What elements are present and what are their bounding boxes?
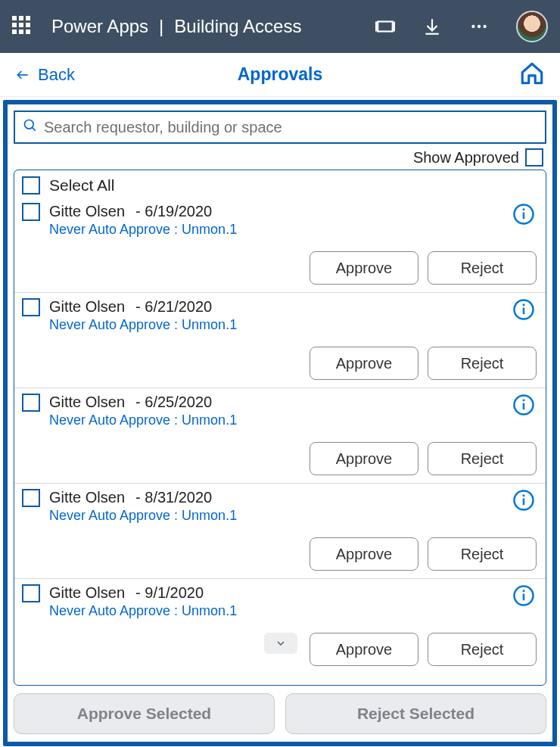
footer: Approve Selected Reject Selected — [8, 686, 552, 742]
reject-button[interactable]: Reject — [428, 251, 537, 285]
svg-point-19 — [523, 494, 525, 496]
info-icon[interactable] — [512, 203, 535, 229]
page-title: Approvals — [238, 64, 322, 85]
search-bar — [14, 110, 546, 144]
page-name: Building Access — [174, 16, 301, 37]
request-date: - 6/25/2020 — [135, 394, 212, 411]
svg-point-13 — [523, 303, 525, 306]
approve-button[interactable]: Approve — [310, 251, 418, 285]
info-icon[interactable] — [512, 584, 535, 610]
request-date: - 8/31/2020 — [135, 489, 212, 506]
reject-button[interactable]: Reject — [428, 442, 537, 475]
approve-button[interactable]: Approve — [310, 347, 418, 380]
svg-rect-0 — [378, 22, 393, 32]
info-icon[interactable] — [512, 489, 535, 515]
back-button[interactable]: Back — [15, 65, 75, 85]
svg-point-10 — [523, 208, 525, 210]
fit-icon[interactable] — [375, 17, 395, 36]
search-icon — [23, 118, 38, 136]
request-detail: Never Auto Approve : Unmon.1 — [49, 412, 237, 428]
info-icon[interactable] — [512, 298, 535, 324]
requestor-name: Gitte Olsen — [49, 584, 125, 602]
row-checkbox[interactable] — [22, 584, 40, 602]
request-detail: Never Auto Approve : Unmon.1 — [49, 603, 237, 619]
svg-point-16 — [523, 399, 525, 401]
approve-button[interactable]: Approve — [310, 537, 418, 571]
row-checkbox[interactable] — [22, 298, 40, 316]
requestor-name: Gitte Olsen — [49, 394, 125, 411]
header-title: Power Apps | Building Access — [51, 16, 301, 37]
select-all-checkbox[interactable] — [22, 176, 40, 195]
request-detail: Never Auto Approve : Unmon.1 — [49, 508, 237, 524]
request-row: Gitte Olsen - 8/31/2020 Never Auto Appro… — [14, 484, 546, 579]
requestor-name: Gitte Olsen — [49, 298, 125, 316]
request-detail: Never Auto Approve : Unmon.1 — [49, 317, 237, 333]
app-header: Power Apps | Building Access — [0, 0, 560, 53]
reject-button[interactable]: Reject — [428, 633, 537, 666]
more-icon[interactable] — [469, 17, 489, 36]
nav-bar: Back Approvals — [0, 53, 560, 97]
request-row: Gitte Olsen - 6/25/2020 Never Auto Appro… — [14, 388, 546, 484]
home-button[interactable] — [519, 61, 545, 89]
approve-button[interactable]: Approve — [310, 633, 418, 666]
info-icon[interactable] — [512, 394, 535, 419]
row-checkbox[interactable] — [22, 394, 40, 412]
back-label: Back — [38, 65, 75, 85]
svg-point-3 — [471, 25, 474, 28]
request-date: - 9/1/2020 — [135, 584, 204, 602]
svg-point-4 — [478, 25, 481, 28]
svg-point-6 — [25, 120, 34, 129]
select-all-label: Select All — [49, 176, 114, 195]
request-row: Gitte Olsen - 6/21/2020 Never Auto Appro… — [14, 293, 546, 388]
show-approved-label: Show Approved — [413, 149, 519, 167]
approve-selected-button[interactable]: Approve Selected — [14, 693, 275, 734]
svg-point-22 — [523, 590, 525, 592]
reject-button[interactable]: Reject — [428, 347, 537, 380]
request-date: - 6/21/2020 — [135, 298, 212, 316]
title-divider: | — [159, 16, 163, 37]
row-checkbox[interactable] — [22, 203, 40, 221]
request-list: Select All Gitte Olsen - 6/19/2020 Never… — [14, 170, 546, 686]
reject-button[interactable]: Reject — [428, 537, 537, 571]
request-date: - 6/19/2020 — [135, 203, 212, 220]
reject-selected-button[interactable]: Reject Selected — [285, 693, 546, 734]
expand-button[interactable] — [264, 633, 297, 654]
svg-point-5 — [483, 25, 486, 28]
svg-line-7 — [33, 128, 36, 131]
search-input[interactable] — [44, 119, 537, 136]
content-frame: Show Approved Select All Gitte Olsen - 6… — [3, 100, 557, 746]
requestor-name: Gitte Olsen — [49, 203, 125, 220]
requestor-name: Gitte Olsen — [49, 489, 125, 506]
select-all-row: Select All — [14, 170, 546, 198]
request-row: Gitte Olsen - 9/1/2020 Never Auto Approv… — [14, 579, 546, 674]
avatar[interactable] — [516, 11, 548, 42]
request-row: Gitte Olsen - 6/19/2020 Never Auto Appro… — [14, 198, 546, 293]
approve-button[interactable]: Approve — [310, 442, 418, 475]
show-approved-checkbox[interactable] — [525, 148, 543, 167]
request-detail: Never Auto Approve : Unmon.1 — [49, 222, 237, 238]
waffle-icon[interactable] — [12, 16, 33, 37]
show-approved-row: Show Approved — [8, 144, 552, 170]
app-name: Power Apps — [51, 16, 148, 37]
row-checkbox[interactable] — [22, 489, 40, 507]
download-icon[interactable] — [422, 17, 442, 36]
